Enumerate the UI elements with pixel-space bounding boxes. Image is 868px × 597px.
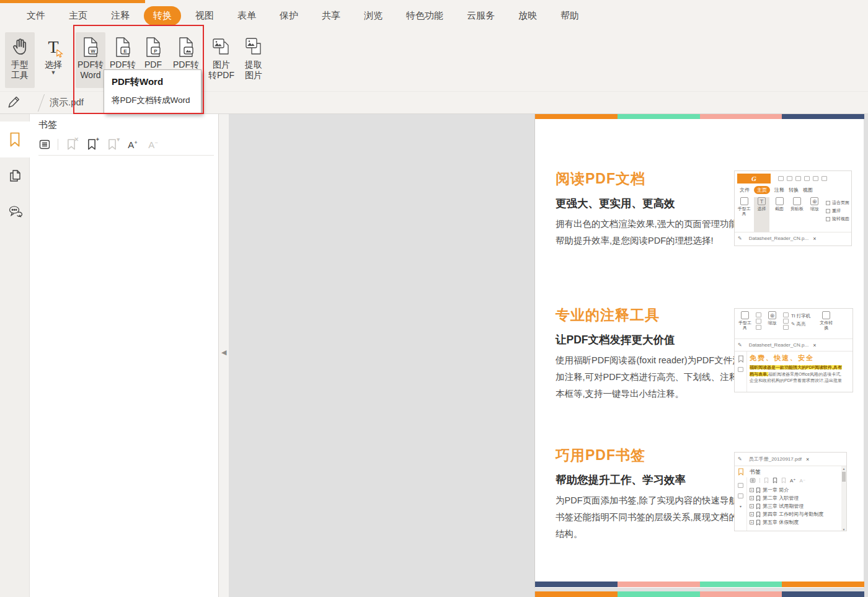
mini1-titlebar: G: [735, 171, 851, 184]
mini3-bm-icon-2: [773, 477, 777, 484]
bookmark-item: +第一章 简介: [750, 486, 839, 494]
doc-icon: [813, 176, 818, 181]
menu-protect[interactable]: 保护: [280, 10, 298, 22]
mini3-options-icon: [750, 477, 756, 484]
save-icon: [787, 176, 792, 181]
menu-home[interactable]: 主页: [69, 10, 87, 22]
expand-bookmark-icon[interactable]: ▾: [105, 137, 120, 152]
highlight-pen-icon: ✎: [791, 321, 795, 327]
mini2-hand-icon: [738, 367, 743, 372]
bookmarks-panel-button[interactable]: [0, 122, 30, 157]
mini2-page-text: 免费、快速、安全 福昕阅读器是一款功能强大的PDF阅读软件,具有 档与表单,福昕…: [747, 352, 852, 392]
mini1-tab-label: Datasheet_Reader_CN.p...: [749, 236, 809, 241]
hand-tool-button[interactable]: 手型 工具: [5, 32, 35, 88]
pdf-to-word-label-2: Word: [80, 70, 100, 81]
menu-view[interactable]: 视图: [195, 10, 214, 22]
svg-text:E: E: [123, 48, 127, 54]
mini2-tabrow: ✎ Datasheet_Reader_CN.p...×: [735, 338, 852, 351]
hand-tool-label-2: 工具: [11, 70, 29, 81]
mini2-tab-close-icon: ×: [813, 342, 816, 348]
edit-pencil-icon[interactable]: [7, 95, 22, 110]
menu-share[interactable]: 共享: [322, 10, 340, 22]
mini1-tabrow: ✎ Datasheet_Reader_CN.p...×: [735, 232, 851, 244]
section-read-pdf: 阅读PDF文档 更强大、更实用、更高效 拥有出色的文档渲染效果,强大的页面管理功…: [556, 169, 735, 249]
select-dropdown-caret-icon[interactable]: ▼: [51, 70, 56, 75]
delete-bookmark-icon[interactable]: ✕: [64, 137, 79, 152]
mini2-hand-tool: 手型工具: [737, 311, 753, 338]
bookmark-item: +第四章 工作时间与考勤制度: [750, 510, 839, 518]
pdf-to-excel-icon: E: [112, 35, 134, 60]
mini1-pencil-icon: ✎: [738, 236, 742, 241]
pdf-to-word-button[interactable]: W PDF转 Word: [76, 32, 105, 88]
scroll-down-icon: ▼: [843, 528, 846, 531]
mini1-menu-file: 文件: [740, 187, 750, 193]
section-subtitle: 更强大、更实用、更高效: [556, 196, 735, 211]
mini3-sidebar: ▾: [735, 466, 747, 531]
bookmarks-toolbar: ✕ + ▾ A+ A−: [37, 136, 161, 153]
pdf-page-1: 阅读PDF文档 更强大、更实用、更高效 拥有出色的文档渲染效果,强大的页面管理功…: [534, 114, 864, 588]
svg-text:P: P: [154, 48, 157, 54]
extract-images-icon: [242, 35, 265, 60]
mini3-scrollbar: ▲ ▼: [841, 466, 846, 531]
mini3-tabrow: ✎ 员工手册_20120917.pdf×: [735, 453, 846, 466]
screenshot-bookmarks-ui: ✎ 员工手册_20120917.pdf× ▾: [734, 452, 847, 531]
mini1-menu-home-active: 主页: [754, 186, 770, 194]
mini3-font-minus-icon: A⁻: [800, 478, 806, 484]
mini2-zoom-tool: ⊕缩放: [764, 311, 781, 338]
image-to-pdf-icon: [210, 35, 232, 60]
menu-file[interactable]: 文件: [27, 10, 45, 22]
tooltip-title: PDF转Word: [112, 76, 193, 88]
menu-features[interactable]: 特色功能: [406, 10, 443, 22]
mini2-typewriter-group: TI 打字机 ✎ 高亮: [791, 311, 810, 338]
mini2-page-stack: [783, 311, 789, 338]
comments-panel-button[interactable]: [0, 193, 30, 229]
mini2-toolbar: 手型工具 ⊕缩放 TI 打字机 ✎ 高亮 文件转换: [735, 309, 852, 338]
foxit-logo: G: [737, 174, 771, 184]
document-viewport[interactable]: 阅读PDF文档 更强大、更实用、更高效 拥有出色的文档渲染效果,强大的页面管理功…: [229, 114, 868, 597]
mini1-zoom-tool: ⊕缩放: [807, 197, 822, 232]
pages-panel-button[interactable]: [0, 157, 30, 193]
toolbar-divider: [58, 139, 58, 150]
ribbon-tab-bar: 文件 主页 注释 转换 视图 表单 保护 共享 浏览 特色功能 云服务 放映 帮…: [0, 3, 868, 28]
pdf-to-ppt-label: PDF: [144, 60, 162, 70]
menu-cloud[interactable]: 云服务: [467, 10, 495, 22]
extract-images-button[interactable]: 提取 图片: [239, 32, 268, 88]
extract-images-label-1: 提取: [245, 60, 262, 70]
mini2-content: 免费、快速、安全 福昕阅读器是一款功能强大的PDF阅读软件,具有 档与表单,福昕…: [735, 351, 852, 392]
section-title: 阅读PDF文档: [556, 169, 735, 188]
panel-collapse-strip[interactable]: ◀: [219, 114, 229, 597]
mini1-tab-close-icon: ×: [813, 236, 816, 242]
pdf-to-word-label-1: PDF转: [78, 60, 104, 70]
hand-icon: [9, 35, 31, 60]
font-increase-icon[interactable]: A+: [125, 137, 140, 152]
section-subtitle: 帮助您提升工作、学习效率: [556, 472, 735, 487]
section-body: 使用福昕PDF阅读器(foxit reader)为PDF文件添 加注释,可对PD…: [556, 352, 735, 402]
select-tool-button[interactable]: T 选择 ▼: [40, 32, 67, 88]
menu-form[interactable]: 表单: [237, 10, 256, 22]
main-area: 书签 ✕ + ▾: [0, 114, 868, 597]
font-decrease-icon[interactable]: A−: [146, 137, 161, 152]
mini1-hand-tool: 手型工具: [737, 197, 751, 232]
menu-help[interactable]: 帮助: [560, 10, 579, 22]
bookmark-options-icon[interactable]: [37, 137, 52, 152]
menu-browse[interactable]: 浏览: [364, 10, 383, 22]
mini1-menu-view: 视图: [803, 187, 813, 193]
collapse-panel-icon[interactable]: ◀: [221, 348, 226, 356]
rotate-view-icon: [826, 217, 830, 221]
add-bookmark-icon[interactable]: +: [84, 137, 99, 152]
hand-tool-label-1: 手型: [11, 60, 29, 70]
mini2-tab-label: Datasheet_Reader_CN.p...: [749, 342, 809, 348]
menu-convert-active[interactable]: 转换: [144, 6, 181, 25]
mini3-bm-icon-3: [781, 477, 786, 484]
mini3-panel-title: 书签: [750, 468, 839, 476]
panel-divider: [38, 155, 214, 156]
menu-present[interactable]: 放映: [518, 10, 537, 22]
mini1-menu-convert: 转换: [789, 187, 799, 193]
image-to-pdf-button[interactable]: 图片 转PDF: [206, 32, 236, 88]
scroll-thumb: [842, 472, 846, 482]
document-tab[interactable]: 演示.pdf: [36, 92, 100, 113]
menu-comment[interactable]: 注释: [111, 10, 130, 22]
mini3-bm-icon-1: [764, 477, 769, 484]
open-icon: [778, 176, 784, 181]
page-top-stripe: [535, 114, 864, 119]
